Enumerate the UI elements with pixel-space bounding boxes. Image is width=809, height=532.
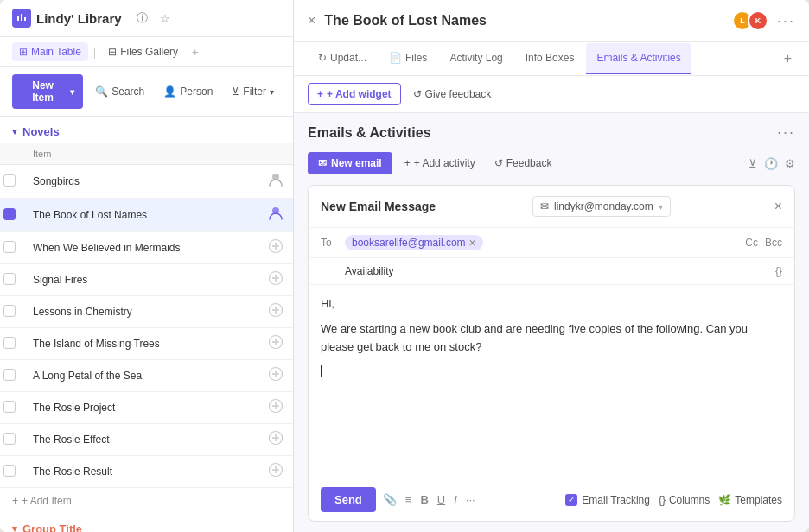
- row-checkbox[interactable]: [3, 369, 16, 381]
- row-checkbox-cell: [0, 296, 24, 328]
- compose-from[interactable]: ✉ lindykr@monday.com ▾: [532, 196, 671, 217]
- italic-icon[interactable]: I: [454, 493, 457, 506]
- row-checkbox[interactable]: [3, 174, 16, 187]
- list-icon[interactable]: ≡: [405, 493, 412, 506]
- table-row[interactable]: The Island of Missing Trees: [0, 328, 293, 360]
- row-title-text: The Rosie Project: [33, 402, 115, 414]
- row-title: A Long Petal of the Sea: [24, 360, 258, 392]
- underline-icon[interactable]: U: [437, 493, 445, 506]
- row-add-icon[interactable]: [267, 176, 284, 191]
- to-label: To: [321, 237, 338, 249]
- row-checkbox[interactable]: [3, 465, 16, 477]
- tab-files[interactable]: 📄 Files: [379, 43, 437, 74]
- add-activity-button[interactable]: + + Add activity: [398, 153, 482, 174]
- templates-button[interactable]: 🌿 Templates: [718, 494, 782, 506]
- chip-remove-button[interactable]: ×: [469, 237, 476, 249]
- feedback-button[interactable]: ↺ Feedback: [487, 153, 559, 174]
- new-item-button[interactable]: New Item ▾: [12, 74, 83, 109]
- table-row[interactable]: The Rosie Effect: [0, 424, 293, 456]
- table-row[interactable]: The Rosie Project: [0, 392, 293, 424]
- row-checkbox-cell: [0, 328, 24, 360]
- filter-button[interactable]: ⊻ Filter ▾: [225, 81, 281, 102]
- tab-add[interactable]: +: [192, 46, 199, 59]
- avatar-2: K: [748, 10, 768, 31]
- filter-icon-right[interactable]: ⊻: [748, 157, 757, 170]
- close-button[interactable]: ×: [308, 13, 315, 28]
- row-checkbox[interactable]: [3, 273, 16, 285]
- bcc-button[interactable]: Bcc: [765, 237, 782, 249]
- row-add-icon[interactable]: [267, 210, 284, 225]
- row-title: The Rosie Effect: [24, 424, 258, 456]
- cc-bcc: Cc Bcc: [745, 237, 782, 249]
- row-checkbox[interactable]: [3, 401, 16, 413]
- compose-body[interactable]: Hi, We are starting a new book club and …: [309, 285, 794, 478]
- panel-more-button[interactable]: ···: [777, 124, 795, 142]
- filter-icon: ⊻: [232, 86, 239, 98]
- footer-icons: 📎 ≡ B U I ···: [383, 493, 475, 506]
- email-tracking-checkbox[interactable]: ✓ Email Tracking: [565, 494, 650, 506]
- subject-input[interactable]: Availability: [345, 265, 768, 277]
- row-title-text: A Long Petal of the Sea: [33, 370, 142, 382]
- settings-icon[interactable]: ⚙: [785, 157, 795, 170]
- group-title-section: ▾ Group Title: [0, 514, 293, 532]
- table-section: ▾ Novels Item SongbirdsThe Book of Lost …: [0, 117, 293, 532]
- new-email-button[interactable]: ✉ New email: [308, 152, 392, 174]
- right-panel: × The Book of Lost Names L K ··· ↻ Updat…: [294, 0, 809, 532]
- table-row[interactable]: A Long Petal of the Sea: [0, 360, 293, 392]
- tab-emails-activities[interactable]: Emails & Activities: [586, 43, 691, 74]
- search-button[interactable]: 🔍 Search: [88, 81, 151, 102]
- table-row[interactable]: Signal Fires: [0, 264, 293, 296]
- novels-section-header[interactable]: ▾ Novels: [0, 117, 293, 143]
- tab-updates[interactable]: ↻ Updat...: [308, 43, 377, 74]
- more-options-button[interactable]: ···: [777, 12, 795, 30]
- row-add-icon[interactable]: [268, 306, 283, 320]
- clock-icon[interactable]: 🕐: [764, 157, 778, 170]
- row-add-icon[interactable]: [268, 466, 283, 480]
- avatar-group: L K: [732, 10, 768, 31]
- add-item-row[interactable]: + + Add Item: [0, 488, 293, 514]
- person-button[interactable]: 👤 Person: [156, 81, 220, 102]
- row-add-icon[interactable]: [268, 370, 283, 384]
- feedback-icon: ↺: [413, 88, 422, 100]
- row-add-icon[interactable]: [268, 274, 283, 288]
- table-wrapper: Item SongbirdsThe Book of Lost NamesWhen…: [0, 143, 293, 488]
- tab-main-table[interactable]: ⊞ Main Table: [12, 42, 88, 61]
- tab-files-gallery[interactable]: ⊟ Files Gallery: [101, 42, 185, 61]
- star-icon[interactable]: ☆: [156, 10, 174, 27]
- row-checkbox[interactable]: [3, 305, 16, 317]
- row-checkbox[interactable]: [3, 208, 16, 220]
- email-toolbar: ✉ New email + + Add activity ↺ Feedback …: [308, 152, 795, 174]
- template-icon[interactable]: {}: [775, 265, 782, 277]
- detail-header-icons: L K ···: [732, 10, 795, 31]
- cc-button[interactable]: Cc: [745, 237, 758, 249]
- table-row[interactable]: Lessons in Chemistry: [0, 296, 293, 328]
- more-formatting-icon[interactable]: ···: [466, 493, 475, 506]
- row-checkbox[interactable]: [3, 433, 16, 445]
- body-content: We are starting a new book club and are …: [321, 320, 782, 357]
- table-row[interactable]: The Rosie Result: [0, 456, 293, 488]
- row-checkbox[interactable]: [3, 337, 16, 349]
- row-add-icon[interactable]: [268, 242, 283, 256]
- give-feedback-button[interactable]: ↺ Give feedback: [406, 84, 499, 104]
- send-button[interactable]: Send: [321, 487, 376, 512]
- chevron-down-icon: ▾: [12, 126, 17, 137]
- tab-divider: |: [93, 46, 96, 59]
- table-row[interactable]: Songbirds: [0, 165, 293, 199]
- bold-icon[interactable]: B: [420, 493, 428, 506]
- row-add-icon[interactable]: [268, 338, 283, 352]
- table-row[interactable]: When We Believed in Mermaids: [0, 232, 293, 264]
- col-item: Item: [24, 143, 258, 165]
- tab-add-button[interactable]: +: [780, 42, 795, 75]
- row-add-icon[interactable]: [268, 402, 283, 416]
- row-checkbox-cell: [0, 232, 24, 264]
- compose-close-button[interactable]: ×: [774, 199, 782, 214]
- attachment-icon[interactable]: 📎: [383, 493, 397, 506]
- tab-info-boxes[interactable]: Info Boxes: [515, 43, 585, 74]
- row-checkbox[interactable]: [3, 241, 16, 253]
- columns-button[interactable]: {} Columns: [659, 494, 710, 506]
- table-row[interactable]: The Book of Lost Names: [0, 199, 293, 232]
- add-widget-button[interactable]: + + Add widget: [308, 83, 401, 105]
- info-icon[interactable]: ⓘ: [134, 10, 151, 27]
- row-add-icon[interactable]: [268, 434, 283, 448]
- tab-activity-log[interactable]: Activity Log: [439, 43, 513, 74]
